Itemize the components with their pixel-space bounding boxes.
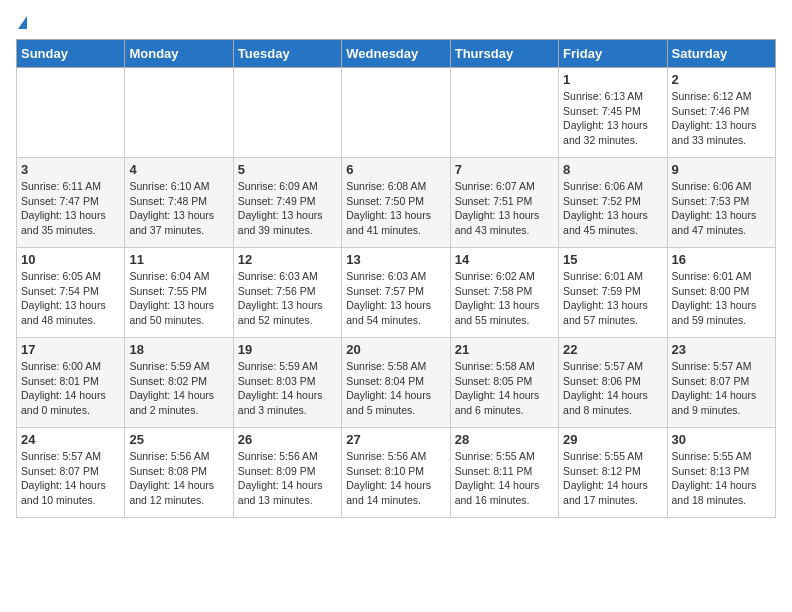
day-cell-30: 30Sunrise: 5:55 AM Sunset: 8:13 PM Dayli… (667, 428, 775, 518)
day-number: 27 (346, 432, 445, 447)
empty-cell (450, 68, 558, 158)
day-cell-19: 19Sunrise: 5:59 AM Sunset: 8:03 PM Dayli… (233, 338, 341, 428)
day-number: 16 (672, 252, 771, 267)
day-info: Sunrise: 5:55 AM Sunset: 8:11 PM Dayligh… (455, 449, 554, 508)
weekday-header-wednesday: Wednesday (342, 40, 450, 68)
day-info: Sunrise: 6:08 AM Sunset: 7:50 PM Dayligh… (346, 179, 445, 238)
week-row-1: 1Sunrise: 6:13 AM Sunset: 7:45 PM Daylig… (17, 68, 776, 158)
day-number: 10 (21, 252, 120, 267)
day-info: Sunrise: 6:05 AM Sunset: 7:54 PM Dayligh… (21, 269, 120, 328)
calendar-table: SundayMondayTuesdayWednesdayThursdayFrid… (16, 39, 776, 518)
day-cell-2: 2Sunrise: 6:12 AM Sunset: 7:46 PM Daylig… (667, 68, 775, 158)
day-info: Sunrise: 5:58 AM Sunset: 8:05 PM Dayligh… (455, 359, 554, 418)
day-number: 1 (563, 72, 662, 87)
day-cell-21: 21Sunrise: 5:58 AM Sunset: 8:05 PM Dayli… (450, 338, 558, 428)
day-cell-20: 20Sunrise: 5:58 AM Sunset: 8:04 PM Dayli… (342, 338, 450, 428)
day-number: 11 (129, 252, 228, 267)
logo-triangle-icon (18, 16, 27, 29)
day-number: 3 (21, 162, 120, 177)
page-header (16, 16, 776, 31)
day-number: 25 (129, 432, 228, 447)
day-info: Sunrise: 5:59 AM Sunset: 8:02 PM Dayligh… (129, 359, 228, 418)
day-number: 14 (455, 252, 554, 267)
weekday-header-sunday: Sunday (17, 40, 125, 68)
day-cell-7: 7Sunrise: 6:07 AM Sunset: 7:51 PM Daylig… (450, 158, 558, 248)
day-cell-13: 13Sunrise: 6:03 AM Sunset: 7:57 PM Dayli… (342, 248, 450, 338)
day-number: 20 (346, 342, 445, 357)
day-info: Sunrise: 5:56 AM Sunset: 8:09 PM Dayligh… (238, 449, 337, 508)
day-info: Sunrise: 5:55 AM Sunset: 8:13 PM Dayligh… (672, 449, 771, 508)
weekday-header-tuesday: Tuesday (233, 40, 341, 68)
day-number: 7 (455, 162, 554, 177)
day-info: Sunrise: 5:57 AM Sunset: 8:06 PM Dayligh… (563, 359, 662, 418)
week-row-2: 3Sunrise: 6:11 AM Sunset: 7:47 PM Daylig… (17, 158, 776, 248)
day-cell-28: 28Sunrise: 5:55 AM Sunset: 8:11 PM Dayli… (450, 428, 558, 518)
day-cell-22: 22Sunrise: 5:57 AM Sunset: 8:06 PM Dayli… (559, 338, 667, 428)
day-cell-10: 10Sunrise: 6:05 AM Sunset: 7:54 PM Dayli… (17, 248, 125, 338)
day-number: 6 (346, 162, 445, 177)
day-cell-1: 1Sunrise: 6:13 AM Sunset: 7:45 PM Daylig… (559, 68, 667, 158)
day-info: Sunrise: 6:09 AM Sunset: 7:49 PM Dayligh… (238, 179, 337, 238)
day-info: Sunrise: 6:01 AM Sunset: 8:00 PM Dayligh… (672, 269, 771, 328)
empty-cell (342, 68, 450, 158)
weekday-header-saturday: Saturday (667, 40, 775, 68)
day-number: 5 (238, 162, 337, 177)
empty-cell (125, 68, 233, 158)
day-info: Sunrise: 6:13 AM Sunset: 7:45 PM Dayligh… (563, 89, 662, 148)
day-info: Sunrise: 6:10 AM Sunset: 7:48 PM Dayligh… (129, 179, 228, 238)
day-info: Sunrise: 6:06 AM Sunset: 7:53 PM Dayligh… (672, 179, 771, 238)
day-number: 9 (672, 162, 771, 177)
day-info: Sunrise: 6:06 AM Sunset: 7:52 PM Dayligh… (563, 179, 662, 238)
day-cell-26: 26Sunrise: 5:56 AM Sunset: 8:09 PM Dayli… (233, 428, 341, 518)
day-number: 21 (455, 342, 554, 357)
day-number: 30 (672, 432, 771, 447)
day-info: Sunrise: 6:07 AM Sunset: 7:51 PM Dayligh… (455, 179, 554, 238)
day-cell-18: 18Sunrise: 5:59 AM Sunset: 8:02 PM Dayli… (125, 338, 233, 428)
day-number: 18 (129, 342, 228, 357)
day-number: 23 (672, 342, 771, 357)
day-number: 8 (563, 162, 662, 177)
day-number: 29 (563, 432, 662, 447)
day-cell-27: 27Sunrise: 5:56 AM Sunset: 8:10 PM Dayli… (342, 428, 450, 518)
weekday-header-row: SundayMondayTuesdayWednesdayThursdayFrid… (17, 40, 776, 68)
day-number: 4 (129, 162, 228, 177)
day-info: Sunrise: 5:57 AM Sunset: 8:07 PM Dayligh… (672, 359, 771, 418)
day-info: Sunrise: 5:57 AM Sunset: 8:07 PM Dayligh… (21, 449, 120, 508)
day-cell-5: 5Sunrise: 6:09 AM Sunset: 7:49 PM Daylig… (233, 158, 341, 248)
day-number: 24 (21, 432, 120, 447)
day-cell-24: 24Sunrise: 5:57 AM Sunset: 8:07 PM Dayli… (17, 428, 125, 518)
day-info: Sunrise: 6:01 AM Sunset: 7:59 PM Dayligh… (563, 269, 662, 328)
day-info: Sunrise: 5:56 AM Sunset: 8:10 PM Dayligh… (346, 449, 445, 508)
day-cell-15: 15Sunrise: 6:01 AM Sunset: 7:59 PM Dayli… (559, 248, 667, 338)
weekday-header-thursday: Thursday (450, 40, 558, 68)
day-number: 17 (21, 342, 120, 357)
day-cell-9: 9Sunrise: 6:06 AM Sunset: 7:53 PM Daylig… (667, 158, 775, 248)
day-cell-29: 29Sunrise: 5:55 AM Sunset: 8:12 PM Dayli… (559, 428, 667, 518)
day-info: Sunrise: 5:56 AM Sunset: 8:08 PM Dayligh… (129, 449, 228, 508)
day-info: Sunrise: 6:11 AM Sunset: 7:47 PM Dayligh… (21, 179, 120, 238)
day-info: Sunrise: 6:02 AM Sunset: 7:58 PM Dayligh… (455, 269, 554, 328)
day-cell-16: 16Sunrise: 6:01 AM Sunset: 8:00 PM Dayli… (667, 248, 775, 338)
day-number: 2 (672, 72, 771, 87)
day-info: Sunrise: 6:12 AM Sunset: 7:46 PM Dayligh… (672, 89, 771, 148)
day-cell-11: 11Sunrise: 6:04 AM Sunset: 7:55 PM Dayli… (125, 248, 233, 338)
day-cell-8: 8Sunrise: 6:06 AM Sunset: 7:52 PM Daylig… (559, 158, 667, 248)
day-number: 22 (563, 342, 662, 357)
day-cell-4: 4Sunrise: 6:10 AM Sunset: 7:48 PM Daylig… (125, 158, 233, 248)
empty-cell (233, 68, 341, 158)
logo (16, 16, 27, 31)
week-row-5: 24Sunrise: 5:57 AM Sunset: 8:07 PM Dayli… (17, 428, 776, 518)
day-cell-12: 12Sunrise: 6:03 AM Sunset: 7:56 PM Dayli… (233, 248, 341, 338)
day-cell-6: 6Sunrise: 6:08 AM Sunset: 7:50 PM Daylig… (342, 158, 450, 248)
week-row-3: 10Sunrise: 6:05 AM Sunset: 7:54 PM Dayli… (17, 248, 776, 338)
day-info: Sunrise: 6:04 AM Sunset: 7:55 PM Dayligh… (129, 269, 228, 328)
day-number: 13 (346, 252, 445, 267)
day-info: Sunrise: 6:03 AM Sunset: 7:56 PM Dayligh… (238, 269, 337, 328)
day-number: 15 (563, 252, 662, 267)
day-number: 19 (238, 342, 337, 357)
day-cell-3: 3Sunrise: 6:11 AM Sunset: 7:47 PM Daylig… (17, 158, 125, 248)
day-info: Sunrise: 5:58 AM Sunset: 8:04 PM Dayligh… (346, 359, 445, 418)
day-number: 12 (238, 252, 337, 267)
day-number: 26 (238, 432, 337, 447)
day-info: Sunrise: 5:59 AM Sunset: 8:03 PM Dayligh… (238, 359, 337, 418)
